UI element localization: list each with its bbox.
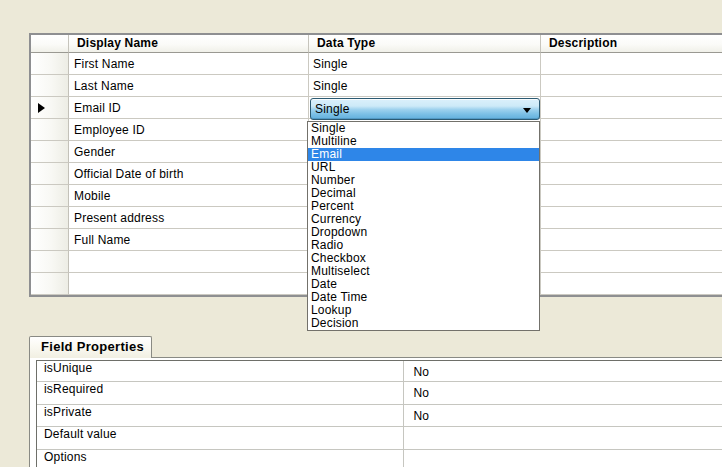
description-cell[interactable] xyxy=(541,53,722,75)
dropdown-option[interactable]: Decimal xyxy=(308,187,539,200)
data-type-dropdown-list: Single Multiline Email URL Number Decima… xyxy=(307,121,540,331)
column-header-description[interactable]: Description xyxy=(541,35,722,53)
dropdown-option[interactable]: Percent xyxy=(308,200,539,213)
row-selector-cell[interactable] xyxy=(31,163,69,185)
field-row[interactable]: Last Name Single xyxy=(31,75,722,97)
dropdown-option[interactable]: Multiline xyxy=(308,135,539,148)
row-selector-cell[interactable] xyxy=(31,229,69,251)
current-row-arrow-icon xyxy=(38,103,45,113)
column-header-row-selector[interactable] xyxy=(31,35,69,53)
dropdown-option[interactable]: Date xyxy=(308,278,539,291)
row-selector-cell[interactable] xyxy=(31,53,69,75)
property-name-cell[interactable]: isRequired xyxy=(37,382,404,405)
property-value-cell[interactable] xyxy=(404,450,722,467)
data-type-cell[interactable]: Single xyxy=(309,53,541,75)
display-name-cell[interactable]: Official Date of birth xyxy=(69,163,309,185)
row-selector-cell[interactable] xyxy=(31,141,69,163)
dropdown-option[interactable]: Date Time xyxy=(308,291,539,304)
dropdown-option[interactable]: URL xyxy=(308,161,539,174)
row-selector-cell[interactable] xyxy=(31,75,69,97)
description-cell[interactable] xyxy=(541,185,722,207)
row-selector-cell[interactable] xyxy=(31,207,69,229)
dropdown-option[interactable]: Decision xyxy=(308,317,539,330)
dropdown-option[interactable]: Checkbox xyxy=(308,252,539,265)
property-name-cell[interactable]: Default value xyxy=(37,427,404,450)
description-cell[interactable] xyxy=(541,163,722,185)
row-selector-cell[interactable] xyxy=(31,273,69,295)
property-row[interactable]: isRequired No xyxy=(37,382,722,405)
property-name-cell[interactable]: Options xyxy=(37,450,404,467)
display-name-cell[interactable]: Present address xyxy=(69,207,309,229)
data-type-cell[interactable]: Single xyxy=(309,75,541,97)
row-selector-cell[interactable] xyxy=(31,97,69,119)
row-selector-cell[interactable] xyxy=(31,251,69,273)
display-name-cell[interactable] xyxy=(69,251,309,273)
dropdown-option[interactable]: Email xyxy=(308,148,539,161)
property-row[interactable]: Default value xyxy=(37,427,722,450)
row-selector-cell[interactable] xyxy=(31,119,69,141)
dropdown-option[interactable]: Multiselect xyxy=(308,265,539,278)
description-cell[interactable] xyxy=(541,229,722,251)
display-name-cell[interactable]: Last Name xyxy=(69,75,309,97)
description-cell[interactable] xyxy=(541,75,722,97)
field-row[interactable]: First Name Single xyxy=(31,53,722,75)
property-name-cell[interactable]: isUnique xyxy=(37,361,404,382)
dropdown-option[interactable]: Number xyxy=(308,174,539,187)
property-row[interactable]: isUnique No xyxy=(37,361,722,382)
description-cell[interactable] xyxy=(541,141,722,163)
dropdown-option[interactable]: Lookup xyxy=(308,304,539,317)
property-row[interactable]: Options xyxy=(37,450,722,467)
dropdown-option[interactable]: Single xyxy=(308,122,539,135)
display-name-cell[interactable]: Employee ID xyxy=(69,119,309,141)
dropdown-option[interactable]: Currency xyxy=(308,213,539,226)
property-value-cell[interactable]: No xyxy=(404,382,722,405)
description-cell[interactable] xyxy=(541,97,722,119)
column-header-data-type[interactable]: Data Type xyxy=(309,35,541,53)
description-cell[interactable] xyxy=(541,207,722,229)
display-name-cell[interactable] xyxy=(69,273,309,295)
description-cell[interactable] xyxy=(541,119,722,141)
property-value-cell[interactable]: No xyxy=(404,361,722,382)
display-name-cell[interactable]: Gender xyxy=(69,141,309,163)
property-value-cell[interactable]: No xyxy=(404,405,722,428)
display-name-cell[interactable]: First Name xyxy=(69,53,309,75)
dropdown-option[interactable]: Dropdown xyxy=(308,226,539,239)
field-properties-grid: isUnique No isRequired No isPrivate No D… xyxy=(36,360,722,467)
display-name-cell[interactable]: Mobile xyxy=(69,185,309,207)
property-row[interactable]: isPrivate No xyxy=(37,405,722,428)
description-cell[interactable] xyxy=(541,273,722,295)
tab-field-properties[interactable]: Field Properties xyxy=(29,336,152,358)
combobox-value: Single xyxy=(315,102,350,116)
display-name-cell[interactable]: Full Name xyxy=(69,229,309,251)
tab-label: Field Properties xyxy=(41,339,144,354)
dropdown-option[interactable]: Radio xyxy=(308,239,539,252)
description-cell[interactable] xyxy=(541,251,722,273)
data-type-combobox[interactable]: Single xyxy=(310,98,540,120)
column-header-display-name[interactable]: Display Name xyxy=(69,35,309,53)
property-value-cell[interactable] xyxy=(404,427,722,450)
chevron-down-icon xyxy=(523,108,531,113)
property-name-cell[interactable]: isPrivate xyxy=(37,405,404,428)
display-name-cell[interactable]: Email ID xyxy=(69,97,309,119)
fields-grid-header: Display Name Data Type Description xyxy=(31,35,722,53)
row-selector-cell[interactable] xyxy=(31,185,69,207)
